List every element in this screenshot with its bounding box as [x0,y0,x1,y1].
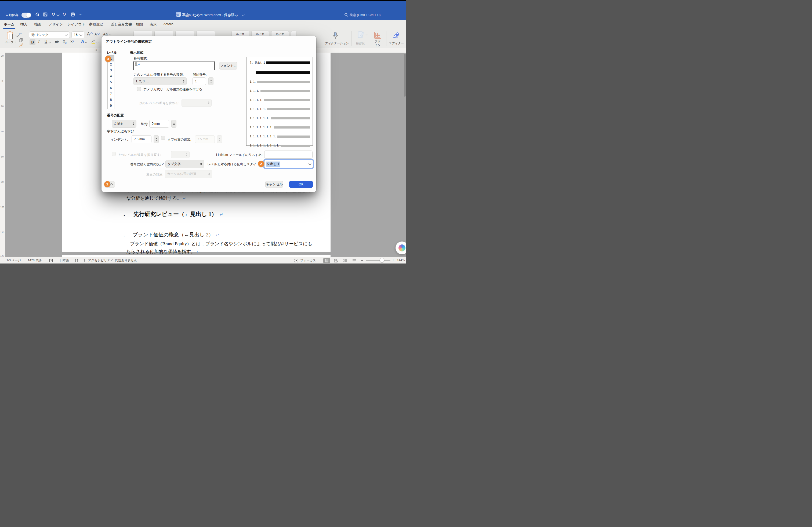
level-item[interactable]: 7 [108,91,114,97]
editor-icon[interactable] [392,31,400,39]
level-item[interactable]: 5 [108,79,114,85]
level-item[interactable]: 9 [108,103,114,109]
language-indicator[interactable]: 日本語 [60,258,69,262]
legal-numbering-checkbox[interactable] [137,87,141,91]
body-text-line[interactable]: たらされる付加的な価値を指す。 ↵ [126,249,200,255]
redo-icon[interactable]: ↻ [62,12,66,17]
number-format-input[interactable]: 1.↵ [133,61,215,70]
more-commands-icon[interactable]: ⋯ [78,12,83,17]
subscript-button[interactable]: X2 [63,40,67,44]
tab-review[interactable]: 校閲 [136,22,143,27]
tab-add-checkbox[interactable] [161,136,165,140]
zoom-slider-thumb[interactable] [380,258,384,262]
addins-label2: イン [375,43,381,47]
align-select[interactable]: 左揃え [112,120,136,128]
paste-dropdown-icon[interactable] [16,34,18,37]
body-text-line[interactable]: な分析を通じて検討する。 ↵ [126,195,186,201]
level-item[interactable]: 6 [108,85,114,91]
tab-home[interactable]: ホーム [4,22,14,27]
superscript-button[interactable]: X2 [70,40,74,44]
level-item[interactable]: 3 [108,67,114,73]
document-title[interactable]: 卒論のための Word.docx - 保存済み [182,13,238,17]
italic-button[interactable]: I [38,40,40,44]
space-after-select[interactable]: タブ文字 [165,160,204,168]
accessibility-status[interactable]: アクセシビリティ: 問題ありません [88,258,137,262]
search-icon[interactable] [344,13,348,17]
tab-draw[interactable]: 描画 [34,22,41,27]
underline-dropdown-icon[interactable] [48,41,51,43]
word-count[interactable]: 1478 単語 [28,258,42,262]
align-at-input[interactable]: 0 mm [149,120,169,128]
undo-dropdown-icon[interactable] [56,13,59,16]
zoom-slider[interactable] [366,260,390,261]
print-layout-view-button[interactable] [323,258,330,263]
level-item[interactable]: 8 [108,97,114,103]
spellcheck-icon[interactable] [49,259,54,262]
indent-stepper[interactable] [154,135,159,143]
draft-view-button[interactable] [351,258,358,263]
cancel-button[interactable]: キャンセル [265,181,283,188]
change-case-icon[interactable]: Aa [103,32,108,36]
tab-mailings[interactable]: 差し込み文書 [111,22,132,27]
track-changes-icon[interactable] [74,259,78,262]
vertical-scrollbar[interactable] [404,54,406,96]
ok-button[interactable]: OK [289,181,313,188]
dictation-icon[interactable] [332,32,338,40]
body-text-line[interactable]: ブランド価値（Brand Equity）とは，ブランド名やシンボルによって製品や… [130,241,312,247]
combo-dropdown-button[interactable] [307,160,313,168]
strikethrough-button[interactable]: ab [55,40,59,44]
font-name-select[interactable]: 游ゴシック [29,31,70,39]
copy-icon[interactable] [19,38,23,42]
start-number-input[interactable]: 1 [192,77,206,85]
print-icon[interactable] [70,12,75,17]
format-painter-icon[interactable] [19,43,23,47]
tab-insert[interactable]: 挿入 [20,22,27,27]
text-effects-button[interactable]: A [81,39,84,44]
underline-button[interactable]: U [45,40,47,44]
level-item[interactable]: 4 [108,73,114,79]
accessibility-icon[interactable] [83,259,86,262]
save-icon[interactable] [43,12,48,17]
font-button[interactable]: フォント... [219,62,237,70]
indent-input[interactable]: 7.5 mm [132,135,151,143]
number-format-label: 番号書式: [134,56,147,61]
tab-design[interactable]: デザイン [48,22,63,27]
bold-button[interactable]: B [30,39,35,45]
zoom-out-button[interactable]: – [361,258,363,262]
tab-layout[interactable]: レイアウト [68,22,85,27]
level-listbox[interactable]: 1 2 3 4 5 6 7 8 9 [107,55,114,109]
listnum-input[interactable] [264,151,313,159]
focus-mode-icon[interactable] [294,259,298,262]
copilot-button[interactable] [395,241,406,254]
paste-button[interactable]: ペースト [5,31,16,44]
tab-zotero[interactable]: Zotero [163,22,173,26]
highlight-button[interactable] [91,39,96,45]
vertical-ruler[interactable]: 20 0 20 40 60 80 100 120 140 [0,52,5,257]
home-icon[interactable] [35,12,40,17]
zoom-percentage[interactable]: 144% [397,258,405,261]
heading2-line[interactable]: . ブランド価値の概念（←見出し 2） ↵ [124,231,219,238]
shrink-font-icon[interactable]: A [95,32,97,36]
search-input[interactable]: 検索 (Cmd + Ctrl + U) [350,13,380,17]
number-kind-select[interactable]: 1, 2, 3, ... [133,77,187,85]
title-dropdown-icon[interactable] [242,13,245,16]
shrink-caret-icon [98,32,100,35]
level-item[interactable]: 2 [108,61,114,67]
heading1-line[interactable]: . 先行研究レビュー（←見出し 1） ↵ [124,210,223,218]
undo-icon[interactable]: ↺ [52,12,55,17]
heading-style-combobox[interactable]: 見出し 1 [264,160,313,168]
addins-icon[interactable] [374,31,382,39]
cut-icon[interactable]: ✂ [19,32,22,36]
zoom-in-button[interactable]: + [392,258,394,262]
web-layout-view-button[interactable] [332,258,339,263]
autosave-toggle[interactable] [21,13,31,18]
tab-view[interactable]: 表示 [149,22,157,27]
align-at-stepper[interactable] [171,120,176,128]
outline-view-button[interactable] [342,258,349,263]
focus-mode-label[interactable]: フォーカス [300,258,316,262]
page-indicator[interactable]: 1/3 ページ [6,258,21,262]
start-number-stepper[interactable] [208,77,214,85]
tab-references[interactable]: 参照設定 [89,22,103,27]
font-size-select[interactable]: 16 [71,31,84,39]
grow-font-icon[interactable]: A [87,32,90,36]
